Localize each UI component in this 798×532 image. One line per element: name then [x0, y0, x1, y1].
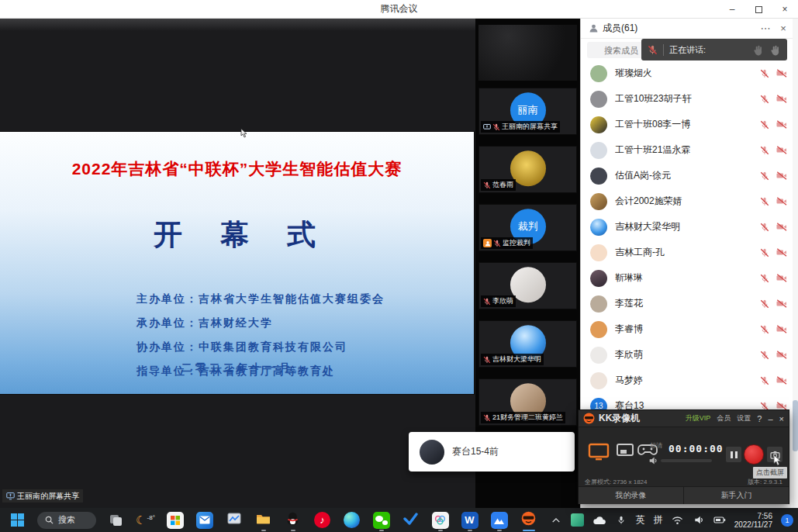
member-row[interactable]: 工管十班08李一博: [581, 112, 798, 137]
raise-hand-icon[interactable]: [752, 44, 764, 56]
member-row[interactable]: 璀璨烟火: [581, 60, 798, 86]
mic-muted-icon[interactable]: [760, 171, 769, 181]
taskbar-search[interactable]: 搜索: [37, 512, 96, 529]
members-scrollbar[interactable]: [793, 19, 798, 508]
microsoft-store-button[interactable]: [165, 510, 185, 530]
member-row[interactable]: 靳琳琳: [581, 265, 798, 291]
microphone-icon[interactable]: [615, 514, 627, 526]
member-row[interactable]: 估值A岗-徐元: [581, 163, 798, 188]
mic-muted-icon[interactable]: [760, 351, 769, 360]
wifi-icon[interactable]: [672, 516, 684, 525]
netease-music-button[interactable]: ♪: [313, 510, 332, 530]
mic-muted-icon[interactable]: [760, 299, 769, 309]
camera-off-icon[interactable]: [776, 171, 787, 180]
mic-muted-icon[interactable]: [760, 274, 769, 283]
member-row[interactable]: 马梦婷: [581, 368, 798, 393]
edge-browser-button[interactable]: [342, 510, 361, 530]
wechat-app-button[interactable]: [371, 510, 391, 530]
close-panel-icon[interactable]: ×: [776, 22, 790, 34]
camera-off-icon[interactable]: [776, 69, 787, 78]
ime-english-indicator[interactable]: 英: [636, 513, 645, 527]
mic-muted-icon[interactable]: [760, 120, 769, 130]
battery-icon[interactable]: [713, 515, 726, 525]
beginner-guide-button[interactable]: 新手入门: [683, 487, 789, 504]
kk-minimize-button[interactable]: –: [768, 414, 772, 423]
task-manager-button[interactable]: [224, 510, 244, 530]
speaker-icon[interactable]: [648, 454, 658, 468]
camera-off-icon[interactable]: [776, 146, 787, 154]
camera-off-icon[interactable]: [776, 274, 787, 282]
camera-off-icon[interactable]: [776, 120, 787, 129]
quality-label[interactable]: 标清: [650, 441, 662, 450]
kk-close-button[interactable]: ×: [779, 414, 784, 423]
window-record-mode-button[interactable]: [616, 443, 634, 458]
kk-member-menu[interactable]: 会员: [717, 413, 731, 423]
pause-button[interactable]: [726, 447, 741, 462]
mic-muted-icon[interactable]: [760, 95, 769, 104]
minimize-button[interactable]: –: [719, 0, 745, 19]
volume-slider[interactable]: [661, 459, 712, 462]
video-tile[interactable]: 李欣萌: [478, 262, 577, 309]
kk-upgrade-vip[interactable]: 升级VIP: [686, 413, 711, 423]
more-options-icon[interactable]: ⋯: [758, 22, 772, 34]
member-row[interactable]: 会计2002施荣婧: [581, 188, 798, 214]
member-row[interactable]: 李欣萌: [581, 342, 798, 368]
mountain-app-button[interactable]: [489, 510, 509, 530]
mic-muted-icon[interactable]: [760, 325, 769, 334]
video-tile[interactable]: 裁判 监控裁判: [478, 204, 577, 251]
kk-recorder-taskbar-button[interactable]: [519, 510, 538, 530]
tray-chevron-up-icon[interactable]: [550, 516, 562, 524]
close-button[interactable]: ×: [772, 0, 798, 19]
camera-off-icon[interactable]: [776, 299, 787, 308]
weather-widget[interactable]: ☾-8°: [136, 510, 155, 530]
taskbar-clock[interactable]: 7:56 2022/11/27: [734, 512, 772, 529]
member-row[interactable]: 吉林财大梁华明: [581, 214, 798, 240]
record-button[interactable]: [744, 444, 764, 465]
camera-off-icon[interactable]: [776, 223, 787, 231]
word-app-button[interactable]: W: [460, 510, 479, 530]
task-view-button[interactable]: [106, 510, 126, 530]
member-row[interactable]: 吉林工商-孔: [581, 240, 798, 265]
onedrive-cloud-icon[interactable]: [592, 516, 606, 525]
camera-off-icon[interactable]: [776, 351, 787, 359]
video-tile[interactable]: 21财务管理二班黄婷兰: [478, 378, 577, 426]
tray-app-icon[interactable]: [571, 513, 584, 527]
ime-pinyin-indicator[interactable]: 拼: [654, 513, 663, 527]
camera-off-icon[interactable]: [776, 325, 787, 333]
camera-off-icon[interactable]: [776, 248, 787, 257]
notification-count-badge[interactable]: 1: [781, 514, 793, 527]
video-tile[interactable]: 吉林财大梁华明: [478, 320, 577, 368]
maximize-button[interactable]: [745, 0, 772, 19]
member-row[interactable]: 工管10班23胡子轩: [581, 86, 798, 112]
volume-icon[interactable]: [693, 515, 705, 525]
participant-notification[interactable]: 赛台15-4前: [409, 432, 575, 472]
camera-off-icon[interactable]: [776, 197, 787, 206]
start-button[interactable]: [8, 510, 27, 530]
member-row[interactable]: 李莲花: [581, 291, 798, 316]
mail-app-button[interactable]: [195, 510, 214, 530]
mic-muted-icon[interactable]: [760, 197, 769, 206]
raise-hand-icon[interactable]: [769, 44, 781, 56]
qq-app-button[interactable]: [283, 510, 302, 530]
mic-muted-icon[interactable]: [760, 69, 769, 78]
mic-muted-icon[interactable]: [760, 146, 769, 155]
video-tile-partial[interactable]: [478, 25, 577, 81]
camera-off-icon[interactable]: [776, 376, 787, 385]
mic-muted-icon[interactable]: [760, 223, 769, 232]
music-note-icon: ♪: [314, 512, 330, 528]
kk-settings-menu[interactable]: 设置: [737, 413, 751, 423]
member-row[interactable]: 工管十班21温永霖: [581, 137, 798, 163]
kk-help-button[interactable]: ?: [757, 414, 762, 423]
camera-off-icon[interactable]: [776, 95, 787, 103]
file-explorer-button[interactable]: [254, 510, 273, 530]
rings-app-button[interactable]: [430, 510, 450, 530]
video-tile[interactable]: 范春雨: [478, 146, 577, 193]
member-row[interactable]: 李睿博: [581, 316, 798, 342]
mic-muted-icon[interactable]: [760, 248, 769, 257]
video-tile[interactable]: 丽南 王丽南的屏幕共享: [478, 88, 577, 135]
scrollbar-thumb[interactable]: [793, 400, 798, 451]
mic-muted-icon[interactable]: [760, 376, 769, 385]
tencent-meeting-button[interactable]: [401, 510, 420, 530]
my-recordings-button[interactable]: 我的录像: [579, 487, 683, 504]
fullscreen-record-mode-button[interactable]: [588, 443, 610, 461]
